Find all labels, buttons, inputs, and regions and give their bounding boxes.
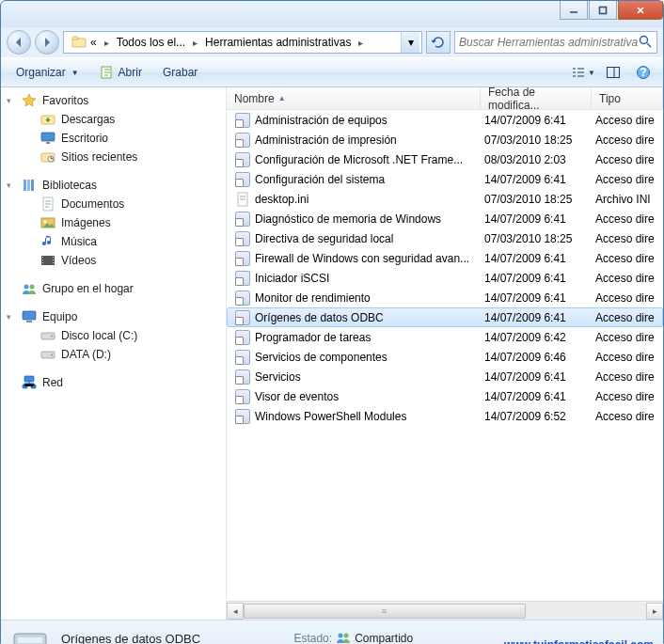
nav-downloads[interactable]: Descargas [1,110,226,129]
file-row[interactable]: Orígenes de datos ODBC14/07/2009 6:41Acc… [227,307,663,327]
file-row[interactable]: Monitor de rendimiento14/07/2009 6:41Acc… [227,288,663,307]
file-name: Orígenes de datos ODBC [255,311,484,324]
nav-homegroup[interactable]: Grupo en el hogar [1,279,226,298]
chevron-right-icon[interactable]: ▸ [193,38,198,48]
navigation-row: « ▸ Todos los el... ▸ Herramientas admin… [1,27,663,57]
help-button[interactable]: ? [631,62,656,83]
chevron-right-icon[interactable]: ▸ [358,38,363,48]
forward-button[interactable] [35,30,59,55]
column-name[interactable]: Nombre▲ [227,87,481,109]
nav-favorites[interactable]: ▾Favoritos [1,91,226,110]
file-date: 14/07/2009 6:41 [484,173,595,186]
search-input[interactable] [459,36,638,49]
svg-rect-22 [23,311,36,320]
column-date[interactable]: Fecha de modifica... [481,87,592,109]
nav-drive-c[interactable]: Disco local (C:) [1,326,226,345]
watermark-link[interactable]: www.tuinformaticafacil.com [504,638,654,645]
scroll-right-button[interactable]: ▸ [646,603,663,620]
folder-icon [40,112,55,127]
file-row[interactable]: Directiva de seguridad local07/03/2010 1… [227,228,663,248]
search-icon[interactable] [638,34,653,52]
breadcrumb-seg1[interactable]: Todos los el... [111,34,191,51]
file-type: Acceso dire [595,291,663,305]
file-date: 14/07/2009 6:41 [484,114,595,127]
file-icon [234,389,251,404]
address-bar[interactable]: « ▸ Todos los el... ▸ Herramientas admin… [63,31,422,54]
svg-rect-15 [31,180,34,191]
view-menu[interactable]: ▼ [571,62,595,83]
nav-network[interactable]: Red [1,373,226,392]
nav-computer[interactable]: ▾Equipo [1,307,226,326]
back-button[interactable] [7,30,31,55]
explorer-window: « ▸ Todos los el... ▸ Herramientas admin… [0,0,664,644]
file-row[interactable]: Administración de impresión07/03/2010 18… [227,130,663,149]
scroll-thumb[interactable]: ≡ [244,604,526,619]
disk-icon [40,328,55,343]
file-type: Acceso dire [595,252,663,265]
file-row[interactable]: Visor de eventos14/07/2009 6:41Acceso di… [227,386,663,406]
file-date: 14/07/2009 6:41 [484,212,595,226]
refresh-button[interactable] [426,31,451,54]
column-type[interactable]: Tipo [592,87,663,109]
file-name: Servicios de componentes [255,351,484,364]
file-name: Monitor de rendimiento [255,291,484,305]
file-type: Acceso dire [595,410,663,423]
file-date: 14/07/2009 6:42 [484,331,595,344]
open-button[interactable]: Abrir [92,62,150,83]
scroll-track[interactable]: ≡ [244,603,646,620]
file-row[interactable]: Iniciador iSCSI14/07/2009 6:41Acceso dir… [227,268,663,288]
file-row[interactable]: Servicios de componentes14/07/2009 6:46A… [227,347,663,367]
nav-documents[interactable]: Documentos [1,195,226,213]
file-row[interactable]: Firewall de Windows con seguridad avan..… [227,248,663,268]
file-name: Administración de equipos [255,114,484,127]
file-type: Acceso dire [595,153,663,166]
burn-button[interactable]: Grabar [155,63,205,82]
minimize-button[interactable] [560,1,588,20]
address-dropdown[interactable]: ▾ [401,32,419,53]
nav-recent[interactable]: Sitios recientes [1,148,226,166]
horizontal-scrollbar[interactable]: ◂ ≡ ▸ [227,601,663,620]
search-box[interactable] [454,31,657,54]
file-row[interactable]: Administración de equipos14/07/2009 6:41… [227,110,663,130]
recent-icon [40,149,55,165]
nav-desktop[interactable]: Escritorio [1,129,226,148]
images-icon [40,215,55,230]
file-type: Acceso dire [595,370,663,384]
nav-music[interactable]: Música [1,232,226,251]
maximize-button[interactable] [589,1,617,20]
file-row[interactable]: Configuración de Microsoft .NET Frame...… [227,149,663,169]
breadcrumb-seg2[interactable]: Herramientas administrativas [199,34,356,51]
file-name: Directiva de seguridad local [255,232,484,245]
organize-menu[interactable]: Organizar▼ [8,63,87,82]
svg-rect-0 [600,7,607,13]
file-row[interactable]: Windows PowerShell Modules14/07/2009 6:5… [227,406,663,426]
monitor-icon [40,131,55,146]
file-name: Configuración del sistema [255,173,484,186]
svg-rect-33 [18,637,42,643]
file-row[interactable]: Programador de tareas14/07/2009 6:42Acce… [227,327,663,347]
preview-pane-button[interactable] [601,62,625,83]
nav-drive-d[interactable]: DATA (D:) [1,345,226,364]
file-row[interactable]: Diagnóstico de memoria de Windows14/07/2… [227,209,663,228]
nav-images[interactable]: Imágenes [1,213,226,232]
close-button[interactable] [618,1,663,20]
nav-libraries[interactable]: ▾Bibliotecas [1,176,226,195]
file-type: Acceso dire [595,272,663,285]
file-row[interactable]: Servicios14/07/2009 6:41Acceso dire [227,367,663,386]
file-name: Windows PowerShell Modules [255,410,484,423]
details-thumbnail [10,626,52,645]
chevron-down-icon: ▼ [71,69,79,77]
scroll-left-button[interactable]: ◂ [227,603,244,620]
shared-icon [336,631,351,645]
file-name: Configuración de Microsoft .NET Frame... [255,153,484,166]
chevron-right-icon[interactable]: ▸ [104,38,109,48]
file-icon [234,330,251,345]
file-row[interactable]: Configuración del sistema14/07/2009 6:41… [227,169,663,189]
file-row[interactable]: desktop.ini07/03/2010 18:25Archivo INI [227,189,663,209]
nav-videos[interactable]: Vídeos [1,251,226,270]
file-type: Acceso dire [595,232,663,245]
star-icon [22,93,37,108]
breadcrumb-root[interactable]: « [66,33,103,52]
music-icon [40,234,55,249]
file-icon [234,350,251,365]
